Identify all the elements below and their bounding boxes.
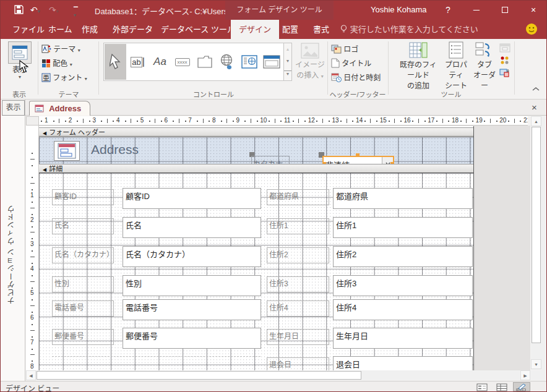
- svg-text:亜: 亜: [43, 74, 50, 82]
- navigation-pane-collapsed[interactable]: 表示 ナビゲーション ウィンドウ: [1, 100, 25, 381]
- close-button[interactable]: ×: [523, 1, 544, 20]
- tab-create[interactable]: 作成: [74, 20, 106, 39]
- ruler-tick: [394, 119, 395, 123]
- themes-button[interactable]: テーマ ▾: [41, 43, 80, 56]
- field-label[interactable]: 生年月日: [267, 329, 329, 345]
- insert-image-button[interactable]: イメージ の挿入 ▾: [294, 43, 326, 80]
- save-button[interactable]: [14, 5, 24, 14]
- ruler-corner-box[interactable]: [26, 116, 39, 126]
- field-label[interactable]: 電話番号: [52, 300, 114, 317]
- field-textbox[interactable]: 住所3: [333, 275, 473, 296]
- field-textbox[interactable]: 氏名: [123, 217, 261, 238]
- field-label[interactable]: 氏名: [52, 218, 114, 234]
- horizontal-ruler[interactable]: 123456789101112131415161718192021: [39, 116, 528, 126]
- form-title-label[interactable]: Address: [91, 142, 139, 157]
- convert-macros-button[interactable]: [499, 68, 510, 78]
- fonts-button[interactable]: 亜 フォント ▾: [41, 72, 87, 85]
- web-browser-control-tool[interactable]: [238, 44, 260, 80]
- field-label[interactable]: 住所4: [267, 300, 329, 317]
- form-header-band[interactable]: Address カタカナ 非連結: [39, 137, 474, 164]
- title-button[interactable]: タイトル: [331, 58, 371, 70]
- tab-arrange[interactable]: 配置: [274, 20, 306, 39]
- collapse-ribbon-button[interactable]: [532, 86, 540, 92]
- colors-button[interactable]: 配色 ▾: [41, 58, 72, 70]
- property-sheet-button[interactable]: プロパティシート: [441, 41, 471, 90]
- field-textbox[interactable]: 氏名（カタカナ）: [123, 246, 261, 267]
- close-object-button[interactable]: ×: [532, 102, 537, 113]
- ruler-number: 3: [92, 117, 96, 124]
- field-label[interactable]: 退会日: [267, 357, 329, 370]
- field-label[interactable]: 顧客ID: [52, 189, 114, 205]
- field-textbox[interactable]: 住所2: [333, 246, 473, 267]
- horizontal-scrollbar[interactable]: ◀ ▶: [26, 370, 531, 380]
- navigation-control-tool[interactable]: [261, 44, 282, 80]
- ruler-tick: [59, 119, 59, 123]
- tab-format[interactable]: 書式: [305, 20, 337, 39]
- field-label[interactable]: 都道府県: [267, 189, 329, 205]
- horizontal-scroll-thumb: [37, 371, 361, 380]
- hyperlink-tool[interactable]: [216, 44, 238, 80]
- design-canvas[interactable]: ◀フォーム ヘッダー Address カタカナ 非連結: [39, 126, 530, 370]
- account-name[interactable]: Yoshie Kohama: [371, 5, 427, 14]
- subform-new-window-button[interactable]: [499, 43, 510, 53]
- ruler-tick: [412, 121, 413, 122]
- button-tool[interactable]: xxxx: [171, 44, 193, 80]
- ruler-tick: [32, 177, 33, 178]
- minimize-button[interactable]: ─: [466, 1, 487, 20]
- ruler-tick: [30, 232, 35, 232]
- save-icon: [14, 5, 24, 14]
- undo-button[interactable]: ↶▾: [30, 4, 40, 17]
- help-button[interactable]: ?: [437, 1, 459, 20]
- detail-section-bar[interactable]: ◀詳細: [39, 164, 474, 173]
- ruler-tick: [352, 121, 353, 122]
- logo-button[interactable]: ロゴ: [331, 43, 358, 56]
- view-code-button[interactable]: [499, 56, 510, 65]
- field-label[interactable]: 住所2: [267, 247, 329, 263]
- resize-handle[interactable]: [356, 153, 360, 157]
- vertical-ruler[interactable]: 12345678: [26, 126, 39, 370]
- field-textbox[interactable]: 退会日: [333, 356, 473, 370]
- field-textbox[interactable]: 電話番号: [123, 299, 261, 320]
- document-tab-address[interactable]: Address: [29, 101, 90, 116]
- datetime-button[interactable]: 日付と時刻: [331, 72, 381, 85]
- field-textbox[interactable]: 郵便番号: [123, 328, 261, 349]
- field-textbox[interactable]: 顧客ID: [123, 188, 261, 209]
- field-label[interactable]: 住所3: [267, 276, 329, 292]
- tab-design[interactable]: デザイン: [231, 20, 279, 39]
- field-label[interactable]: 性別: [52, 276, 114, 292]
- form-view-button[interactable]: [473, 382, 491, 391]
- field-textbox[interactable]: 生年月日: [333, 328, 473, 349]
- redo-button[interactable]: ↷▾: [49, 4, 59, 17]
- tell-me-box[interactable]: 実行したい作業を入力してください: [340, 23, 478, 35]
- ruler-tick: [226, 119, 227, 123]
- tab-database-tools[interactable]: データベース ツール: [153, 20, 243, 39]
- field-textbox[interactable]: 住所1: [333, 217, 473, 238]
- qat-customize-button[interactable]: ▔▾: [74, 3, 78, 21]
- maximize-button[interactable]: [494, 1, 515, 20]
- field-label[interactable]: 郵便番号: [52, 329, 114, 345]
- tab-order-button[interactable]: タブオーダー: [471, 41, 498, 90]
- tab-control-tool[interactable]: [194, 44, 215, 80]
- gallery-scroll[interactable]: ▲ ▼ ▼: [284, 43, 292, 81]
- form-logo-image[interactable]: [54, 141, 80, 161]
- form-design-surface[interactable]: ◀フォーム ヘッダー Address カタカナ 非連結: [39, 126, 474, 370]
- design-view-button[interactable]: [513, 382, 530, 391]
- field-textbox[interactable]: 性別: [123, 275, 261, 296]
- textbox-tool[interactable]: ab|: [127, 44, 149, 80]
- field-textbox[interactable]: 都道府県: [333, 188, 473, 209]
- form-header-section-bar[interactable]: ◀フォーム ヘッダー: [39, 127, 474, 137]
- detail-section[interactable]: 顧客ID顧客ID氏名氏名氏名（カタカナ）氏名（カタカナ）性別性別電話番号電話番号…: [39, 173, 474, 370]
- vertical-scrollbar[interactable]: ▲ ▼: [531, 116, 541, 370]
- ruler-tick: [496, 121, 497, 122]
- feedback-smiley-icon[interactable]: [525, 23, 538, 35]
- field-label[interactable]: 住所1: [267, 218, 329, 234]
- datasheet-view-button[interactable]: [493, 382, 510, 391]
- add-existing-fields-button[interactable]: 既存のフィールドの追加: [397, 41, 440, 90]
- field-label[interactable]: 氏名（カタカナ）: [52, 247, 114, 263]
- ruler-number: 13: [332, 117, 338, 124]
- ruler-tick: [32, 288, 33, 289]
- field-textbox[interactable]: 住所4: [333, 299, 473, 320]
- scroll-left-icon: ◀: [26, 370, 36, 380]
- label-tool[interactable]: Aa: [149, 44, 171, 80]
- select-tool[interactable]: [105, 44, 126, 80]
